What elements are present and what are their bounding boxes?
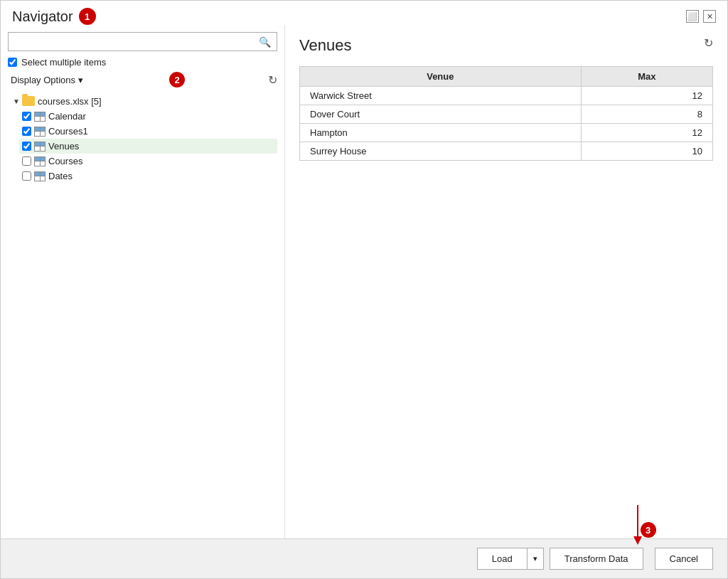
search-input[interactable] [9, 33, 253, 51]
tree-node-dates[interactable]: Dates [19, 169, 277, 184]
tree-children: Calendar Courses1 [8, 109, 277, 184]
select-multiple-checkbox[interactable] [8, 58, 17, 67]
label-venues: Venues [48, 141, 79, 152]
tree-root-node: ▼ courses.xlsx [5] [8, 93, 277, 184]
window-controls: ⬜ ✕ [686, 10, 716, 23]
checkbox-courses1[interactable] [22, 127, 31, 136]
table-icon-venues [34, 142, 46, 152]
table-row: Warwick Street12 [300, 87, 713, 105]
right-refresh-button[interactable]: ↻ [704, 36, 713, 50]
annotation-badge-3: 3 [641, 522, 656, 538]
transform-data-button[interactable]: Transform Data [550, 548, 643, 570]
col-header-venue: Venue [300, 67, 582, 87]
label-courses: Courses [48, 156, 82, 166]
tree-node-courses1[interactable]: Courses1 [19, 124, 277, 139]
dialog-title: Navigator [12, 9, 73, 25]
tree-container: ▼ courses.xlsx [5] [8, 93, 277, 538]
tree-node-calendar[interactable]: Calendar [19, 109, 277, 124]
cell-max: 12 [581, 124, 712, 142]
cell-max: 12 [581, 87, 712, 105]
checkbox-dates[interactable] [22, 171, 31, 181]
close-button[interactable]: ✕ [703, 10, 716, 23]
tree-node-venues[interactable]: Venues [19, 139, 277, 154]
cell-venue: Warwick Street [300, 87, 582, 105]
right-panel: Venues ↻ Venue Max Warwick Street12Dover… [285, 25, 727, 538]
tree-root-row[interactable]: ▼ courses.xlsx [5] [8, 93, 277, 109]
root-label: courses.xlsx [5] [38, 96, 102, 107]
search-box: 🔍 [8, 32, 277, 51]
venues-table: Venue Max Warwick Street12Dover Court8Ha… [299, 66, 713, 161]
main-content: 🔍 Select multiple items Display Options … [1, 25, 727, 538]
table-icon-courses [34, 156, 46, 166]
display-options-bar: Display Options ▾ 2 ↻ [8, 72, 277, 87]
title-bar: Navigator 1 ⬜ ✕ [1, 1, 727, 25]
cell-max: 10 [581, 142, 712, 161]
checkbox-courses[interactable] [22, 156, 31, 166]
display-options-button[interactable]: Display Options ▾ [8, 73, 86, 87]
table-row: Hampton12 [300, 124, 713, 142]
cell-max: 8 [581, 105, 712, 124]
table-row: Surrey House10 [300, 142, 713, 161]
label-courses1: Courses1 [48, 126, 88, 137]
table-icon-calendar [34, 112, 46, 122]
collapse-icon: ▼ [11, 95, 22, 107]
cell-venue: Hampton [300, 124, 582, 142]
label-dates: Dates [48, 171, 73, 181]
cell-venue: Surrey House [300, 142, 582, 161]
select-multiple-label[interactable]: Select multiple items [8, 57, 277, 68]
cancel-button[interactable]: Cancel [655, 548, 713, 570]
checkbox-calendar[interactable] [22, 112, 31, 121]
load-button-group: Load ▾ [477, 548, 544, 570]
right-panel-title: Venues [299, 36, 713, 55]
table-icon-dates [34, 171, 46, 181]
col-header-max: Max [581, 67, 712, 87]
load-dropdown-button[interactable]: ▾ [527, 548, 544, 570]
search-button[interactable]: 🔍 [253, 33, 277, 51]
cell-venue: Dover Court [300, 105, 582, 124]
table-row: Dover Court8 [300, 105, 713, 124]
checkbox-venues[interactable] [22, 142, 31, 151]
left-panel: 🔍 Select multiple items Display Options … [1, 25, 285, 538]
bottom-bar: 3 Load ▾ Transform Data Cancel [1, 538, 727, 578]
navigator-dialog: Navigator 1 ⬜ ✕ 🔍 Select multiple items [0, 0, 728, 579]
folder-icon [22, 96, 35, 106]
refresh-button[interactable]: ↻ [268, 73, 277, 87]
annotation-badge-1: 1 [79, 8, 96, 25]
table-icon-courses1 [34, 127, 46, 137]
label-calendar: Calendar [48, 111, 86, 122]
annotation-badge-2: 2 [169, 72, 185, 87]
load-button[interactable]: Load [477, 548, 527, 570]
restore-button[interactable]: ⬜ [686, 10, 699, 23]
tree-node-courses[interactable]: Courses [19, 154, 277, 169]
